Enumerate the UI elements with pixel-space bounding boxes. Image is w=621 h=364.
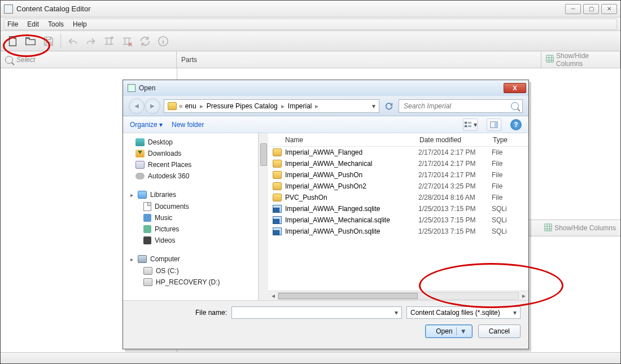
breadcrumb-seg-2[interactable]: Imperial [288, 102, 312, 110]
tree-pictures[interactable]: Pictures [125, 223, 256, 235]
undo-icon[interactable] [64, 33, 81, 49]
columns-toggle[interactable]: Show/Hide Columns [541, 51, 620, 68]
svg-rect-6 [495, 121, 497, 128]
refresh-icon[interactable] [137, 33, 154, 49]
new-folder-button[interactable]: New folder [172, 121, 204, 129]
menu-edit[interactable]: Edit [23, 19, 43, 29]
folder-icon [273, 182, 282, 190]
open-button[interactable]: Open▼ [425, 324, 472, 338]
file-rows: Imperial_AWWA_Flanged2/17/2014 2:17 PMFi… [268, 147, 528, 291]
col-name[interactable]: Name [268, 136, 415, 144]
redo-icon[interactable] [82, 33, 99, 49]
maximize-button[interactable]: ▢ [583, 4, 599, 14]
col-date[interactable]: Date modified [415, 136, 488, 144]
col-type[interactable]: Type [488, 136, 528, 144]
tree-videos[interactable]: Videos [125, 235, 256, 246]
dialog-title: Open [139, 84, 502, 92]
recent-icon [135, 161, 145, 169]
file-filter-select[interactable]: Content Catalog files (*.sqlite)▾ [406, 306, 521, 319]
file-row[interactable]: Imperial_AWWA_PushOn.sqlite1/25/2013 7:1… [268, 226, 528, 237]
tree-libraries[interactable]: ▸Libraries [125, 188, 256, 201]
file-type: File [492, 160, 528, 168]
file-row[interactable]: Imperial_AWWA_Flanged2/17/2014 2:17 PMFi… [268, 147, 528, 158]
tree-autodesk360[interactable]: Autodesk 360 [125, 170, 256, 182]
drive-icon [143, 278, 152, 286]
tree-drive-c[interactable]: OS (C:) [125, 265, 256, 277]
cloud-icon [135, 173, 145, 179]
file-name: PVC_PushOn [285, 194, 418, 201]
file-row[interactable]: Imperial_AWWA_Mechanical2/17/2014 2:17 P… [268, 158, 528, 169]
organize-menu[interactable]: Organize ▾ [130, 121, 163, 129]
dialog-search[interactable] [399, 99, 523, 113]
menu-help[interactable]: Help [68, 19, 91, 29]
sqlite-icon [273, 227, 282, 235]
nav-refresh-button[interactable] [383, 100, 395, 112]
open-icon[interactable] [22, 33, 39, 49]
file-name: Imperial_AWWA_PushOn [285, 171, 418, 179]
add-part-icon[interactable] [100, 33, 117, 49]
info-icon[interactable] [155, 33, 172, 49]
filename-input[interactable]: ▾ [231, 306, 402, 319]
close-button[interactable]: ✕ [601, 4, 617, 14]
app-icon [4, 5, 13, 14]
tree-recent-places[interactable]: Recent Places [125, 159, 256, 170]
nav-forward-button[interactable]: ► [145, 98, 160, 114]
file-row[interactable]: Imperial_AWWA_Mechanical.sqlite1/25/2013… [268, 214, 528, 226]
breadcrumb[interactable]: « enu▸ Pressure Pipes Catalog▸ Imperial▸… [164, 99, 379, 113]
file-row[interactable]: Imperial_AWWA_PushOn2/17/2014 2:17 PMFil… [268, 169, 528, 181]
nav-back-button[interactable]: ◄ [129, 98, 145, 114]
search-icon [511, 102, 519, 110]
file-name: Imperial_AWWA_PushOn2 [285, 182, 418, 190]
file-date: 1/25/2013 7:15 PM [418, 227, 492, 235]
help-button[interactable]: ? [510, 119, 522, 130]
file-row[interactable]: PVC_PushOn2/28/2014 8:16 AMFile [268, 192, 528, 203]
menu-tools[interactable]: Tools [43, 19, 68, 29]
dialog-search-input[interactable] [403, 102, 504, 111]
dialog-icon [128, 84, 135, 92]
minimize-button[interactable]: ─ [565, 4, 581, 14]
document-icon [143, 202, 151, 211]
parts-label: Parts [181, 56, 197, 64]
vertical-scrollbar[interactable] [259, 133, 268, 300]
columns-toggle-label: Show/Hide Columns [556, 52, 615, 68]
videos-icon [143, 236, 151, 244]
status-strip [1, 352, 620, 363]
tree-downloads[interactable]: Downloads [125, 148, 256, 159]
cancel-button[interactable]: Cancel [478, 324, 521, 338]
horizontal-scrollbar[interactable]: ◂▸ [268, 291, 528, 300]
menu-file[interactable]: File [3, 19, 23, 29]
nav-tree[interactable]: Desktop Downloads Recent Places Autodesk… [123, 133, 259, 300]
new-icon[interactable] [4, 33, 21, 49]
dialog-footer: File name: ▾ Content Catalog files (*.sq… [123, 300, 528, 349]
folder-icon [168, 102, 177, 110]
column-headers[interactable]: Name Date modified Type [268, 133, 528, 147]
file-type: SQLi [492, 227, 528, 235]
breadcrumb-seg-0[interactable]: enu [185, 102, 196, 110]
pictures-icon [143, 225, 151, 233]
tree-computer[interactable]: ▸Computer [125, 253, 256, 265]
preview-pane-button[interactable] [487, 119, 501, 131]
file-row[interactable]: Imperial_AWWA_Flanged.sqlite1/25/2013 7:… [268, 203, 528, 214]
file-name: Imperial_AWWA_Flanged.sqlite [285, 205, 418, 213]
delete-part-icon[interactable] [119, 33, 135, 49]
toolbar-separator [60, 34, 61, 49]
file-type: SQLi [492, 216, 528, 224]
tree-filter-panel[interactable]: Select [1, 51, 177, 68]
tree-music[interactable]: Music [125, 212, 256, 223]
svg-rect-1 [546, 55, 553, 62]
parts-panel-header: Parts [177, 51, 541, 68]
downloads-icon [135, 150, 145, 157]
file-date: 1/25/2013 7:15 PM [418, 205, 492, 213]
save-icon[interactable] [40, 33, 57, 49]
dialog-titlebar: Open X [123, 80, 528, 96]
tree-desktop[interactable]: Desktop [125, 137, 256, 148]
menu-bar: File Edit Tools Help [1, 17, 620, 31]
tree-drive-d[interactable]: HP_RECOVERY (D:) [125, 277, 256, 288]
view-mode-button[interactable]: ▾ [463, 119, 478, 131]
toolbar [1, 31, 620, 51]
breadcrumb-seg-1[interactable]: Pressure Pipes Catalog [207, 102, 278, 110]
file-name: Imperial_AWWA_PushOn.sqlite [285, 227, 418, 235]
file-row[interactable]: Imperial_AWWA_PushOn22/27/2014 3:25 PMFi… [268, 181, 528, 192]
dialog-close-button[interactable]: X [504, 83, 526, 93]
tree-documents[interactable]: Documents [125, 201, 256, 212]
